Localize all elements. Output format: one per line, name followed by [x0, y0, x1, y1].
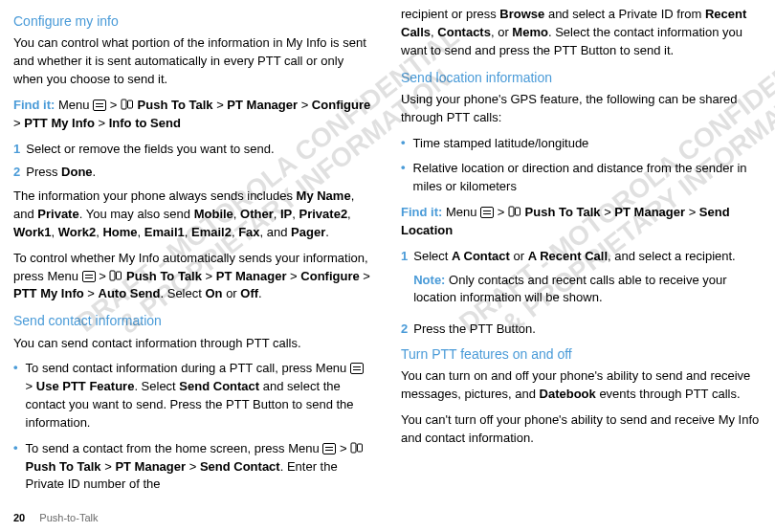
text: , — [292, 207, 299, 221]
text: The information your phone always sends … — [13, 188, 297, 203]
paragraph: You can control what portion of the info… — [13, 34, 374, 89]
text: > — [101, 459, 116, 474]
text-bold: Use PTT Feature — [36, 379, 135, 393]
note-label: Note: — [413, 273, 445, 287]
text: , — [138, 225, 144, 239]
bullet-list: • To send contact information during a P… — [13, 360, 374, 494]
text-bold: PT Manager — [115, 459, 186, 474]
text-bold: Send Contact — [200, 459, 280, 474]
text-bold: A Recent Call — [528, 249, 608, 263]
menu-icon — [322, 443, 336, 454]
text: > — [685, 205, 699, 219]
step-1: 1 Select A Contact or A Recent Call, and… — [401, 248, 762, 316]
text: , or — [491, 25, 512, 39]
paragraph: Using your phone's GPS feature, the foll… — [401, 91, 762, 127]
page-columns: Configure my info You can control what p… — [0, 0, 775, 501]
text-bold: Info to Send — [109, 116, 181, 130]
bullet-icon: • — [13, 440, 18, 495]
menu-icon — [350, 363, 364, 374]
list-body: To send a contact from the home screen, … — [26, 440, 374, 495]
list-item: • To send a contact from the home screen… — [13, 440, 374, 495]
ptt-icon — [508, 205, 521, 218]
text: , — [347, 207, 351, 221]
text: > — [186, 459, 200, 474]
text-bold: PT Manager — [216, 269, 287, 283]
text: > — [84, 286, 99, 300]
bullet-icon: • — [401, 135, 406, 153]
text: or — [223, 286, 241, 300]
list-item: • Time stamped latitude/longitude — [401, 135, 762, 153]
text-bold: On — [205, 286, 222, 300]
text: > — [360, 269, 370, 283]
text-bold: Mobile — [194, 207, 233, 221]
text-bold: Push To Talk — [521, 205, 601, 219]
text-bold: Email2 — [191, 225, 232, 239]
svg-rect-4 — [351, 443, 356, 453]
text-bold: A Contact — [452, 249, 510, 263]
svg-rect-6 — [509, 207, 514, 216]
ptt-icon — [350, 441, 364, 454]
paragraph: You can turn on and off your phone's abi… — [401, 367, 762, 404]
text-bold: Push To Talk — [26, 459, 101, 474]
text-bold: Private2 — [299, 207, 348, 221]
heading-send-contact: Send contact information — [13, 311, 374, 330]
text: , — [274, 207, 280, 221]
step-number: 1 — [401, 248, 408, 316]
find-it-label: Find it: — [401, 205, 442, 219]
text: recipient or press — [401, 7, 499, 21]
text: . — [258, 286, 262, 300]
svg-rect-3 — [117, 272, 122, 279]
text: > — [213, 98, 228, 112]
text-bold: Other — [240, 207, 274, 221]
text: To send contact information during a PTT… — [26, 361, 350, 375]
text: . Select — [134, 379, 179, 393]
step-text: Press the PTT Button. — [413, 321, 762, 339]
text-bold: Auto Send — [99, 286, 161, 300]
text-bold: PT Manager — [614, 205, 685, 219]
text: To send a contact from the home screen, … — [26, 441, 323, 455]
heading-configure-my-info: Configure my info — [13, 11, 374, 31]
text: Press — [26, 165, 61, 179]
ptt-icon — [109, 269, 122, 282]
text-bold: Push To Talk — [134, 98, 213, 112]
bullet-list: • Time stamped latitude/longitude • Rela… — [401, 135, 762, 197]
find-it-path: Find it: Menu > Push To Talk > PT Manage… — [401, 204, 762, 240]
svg-rect-0 — [122, 100, 126, 109]
section-name: Push-to-Talk — [39, 512, 98, 523]
ptt-icon — [121, 98, 134, 111]
text: . — [325, 225, 329, 239]
bullet-icon: • — [401, 160, 406, 196]
text-bold: IP — [280, 207, 292, 221]
text-bold: Configure — [300, 269, 359, 283]
text: or — [510, 249, 528, 263]
step-text: Press Done. — [26, 164, 374, 182]
text: > — [601, 205, 615, 219]
text-bold: Pager — [291, 225, 325, 239]
list-item: • To send contact information during a P… — [13, 360, 374, 432]
text: > — [13, 116, 24, 130]
svg-rect-7 — [515, 208, 520, 215]
bullet-icon: • — [13, 360, 18, 432]
step-2: 2 Press Done. — [13, 164, 374, 182]
menu-icon — [93, 100, 106, 111]
text-bold: Send Contact — [179, 379, 259, 393]
step-text: Select A Contact or A Recent Call, and s… — [413, 248, 762, 316]
text: Menu — [446, 205, 480, 219]
left-column: Configure my info You can control what p… — [13, 6, 374, 501]
text-bold: Datebook — [540, 387, 596, 401]
heading-turn-ptt: Turn PTT features on and off — [401, 344, 762, 364]
text: , — [52, 225, 58, 239]
text-bold: Memo — [512, 25, 548, 39]
page-number: 20 — [13, 512, 25, 523]
step-number: 2 — [401, 321, 408, 339]
text-bold: PTT My Info — [13, 286, 84, 300]
text-bold: Work1 — [13, 225, 52, 239]
text-bold: Email1 — [144, 225, 185, 239]
text: , and — [260, 225, 292, 239]
text: Select — [413, 249, 452, 263]
step-text: Select or remove the fields you want to … — [26, 141, 374, 159]
paragraph: You can't turn off your phone's ability … — [401, 411, 762, 448]
list-body: Time stamped latitude/longitude — [413, 135, 762, 153]
text-bold: Contacts — [437, 25, 491, 39]
paragraph: The information your phone always sends … — [13, 188, 374, 242]
